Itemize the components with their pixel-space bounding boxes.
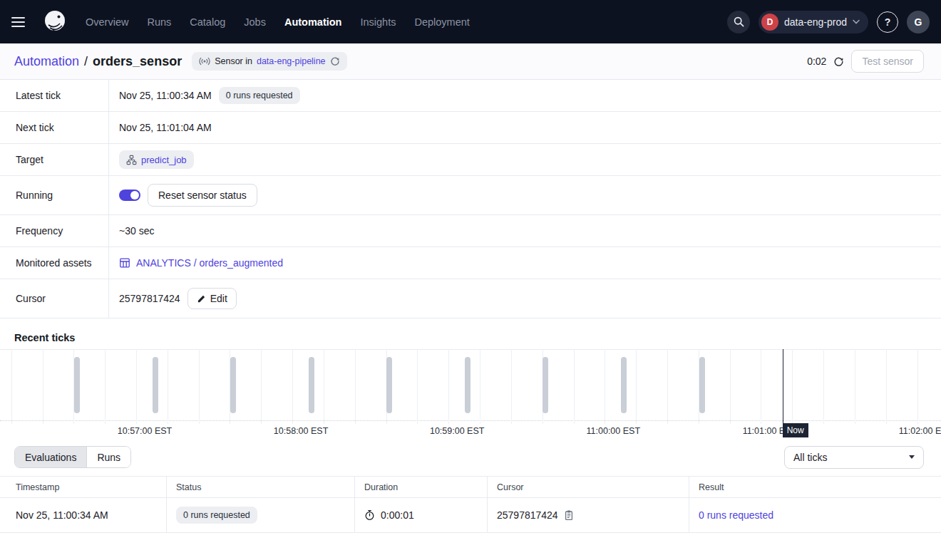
target-row: Target predict_job — [0, 144, 941, 176]
timeline-gridline — [855, 349, 855, 424]
nav-item-deployment[interactable]: Deployment — [414, 16, 469, 28]
col-status: Status — [166, 477, 354, 497]
header-actions: 0:02 Test sensor — [807, 50, 924, 73]
job-icon — [126, 155, 137, 165]
chevron-down-icon — [853, 19, 860, 24]
col-duration: Duration — [354, 477, 487, 497]
reload-location-icon[interactable] — [330, 56, 340, 66]
sensor-badge-text: Sensor in — [215, 56, 252, 66]
tick-filter-value: All ticks — [793, 452, 827, 463]
latest-tick-row: Latest tick Nov 25, 11:00:34 AM 0 runs r… — [0, 80, 941, 112]
deployment-name: data-eng-prod — [784, 16, 847, 28]
view-switcher: Evaluations Runs — [14, 446, 131, 468]
col-result: Result — [689, 477, 941, 497]
dropdown-caret-icon — [909, 455, 915, 459]
row-duration: 0:00:01 — [381, 509, 414, 521]
row-result-link[interactable]: 0 runs requested — [699, 509, 773, 521]
nav-item-jobs[interactable]: Jobs — [244, 16, 266, 28]
timeline-gridline — [261, 349, 262, 424]
monitored-assets-row: Monitored assets ANALYTICS / orders_augm… — [0, 247, 941, 279]
avatar-initial: G — [915, 16, 922, 28]
col-timestamp: Timestamp — [0, 477, 166, 497]
latest-tick-value: Nov 25, 11:00:34 AM — [119, 90, 212, 101]
search-button[interactable] — [727, 11, 750, 33]
dagster-logo-icon[interactable] — [41, 8, 70, 36]
evaluations-toolbar: Evaluations Runs All ticks — [0, 438, 941, 476]
breadcrumb-automation-link[interactable]: Automation — [14, 54, 79, 69]
sensor-origin-badge: Sensor in data-eng-pipeline — [192, 52, 346, 71]
row-status-badge: 0 runs requested — [176, 507, 257, 524]
user-avatar[interactable]: G — [907, 11, 930, 33]
table-header-row: Timestamp Status Duration Cursor Result — [0, 476, 941, 498]
target-label: Target — [0, 144, 109, 175]
latest-tick-status-badge: 0 runs requested — [219, 87, 300, 104]
help-button[interactable]: ? — [877, 11, 898, 33]
code-location-link[interactable]: data-eng-pipeline — [257, 56, 326, 66]
tab-runs[interactable]: Runs — [87, 447, 130, 467]
tick-filter-dropdown[interactable]: All ticks — [784, 446, 924, 469]
axis-tick-label: 10:58:00 EST — [274, 426, 328, 436]
app-window: Overview Runs Catalog Jobs Automation In… — [0, 0, 941, 560]
timeline-gridline — [667, 349, 668, 424]
monitored-asset-name: ANALYTICS / orders_augmented — [136, 257, 283, 269]
test-sensor-button[interactable]: Test sensor — [851, 50, 924, 73]
tick-bar[interactable] — [543, 357, 548, 413]
deployment-switcher[interactable]: D data-eng-prod — [759, 11, 868, 33]
timeline-gridline — [574, 349, 575, 424]
axis-tick-label: 11:02:00 EST — [899, 426, 941, 436]
asset-table-icon — [119, 257, 130, 269]
timeline-gridline — [823, 349, 824, 424]
search-icon — [733, 16, 745, 28]
running-toggle[interactable] — [119, 190, 140, 201]
axis-tick-label: 10:59:00 EST — [430, 426, 484, 436]
recent-ticks-timeline: 10:57:00 EST10:58:00 EST10:59:00 EST11:0… — [0, 349, 941, 438]
frequency-row: Frequency ~30 sec — [0, 215, 941, 247]
target-job-link[interactable]: predict_job — [119, 150, 194, 169]
deployment-dot: D — [761, 14, 778, 31]
nav-item-runs[interactable]: Runs — [147, 16, 171, 28]
col-cursor: Cursor — [487, 477, 689, 497]
tick-bar[interactable] — [309, 357, 314, 413]
tick-bar[interactable] — [699, 357, 705, 413]
sensor-icon — [199, 56, 210, 66]
row-cursor: 25797817424 — [497, 509, 558, 521]
primary-nav: Overview Runs Catalog Jobs Automation In… — [86, 16, 470, 28]
tick-bar[interactable] — [621, 357, 627, 413]
pencil-icon — [197, 294, 206, 304]
stopwatch-icon — [364, 509, 375, 521]
frequency-value: ~30 sec — [119, 225, 154, 237]
timeline-gridline — [324, 349, 324, 424]
timeline-gridline — [792, 349, 793, 424]
running-label: Running — [0, 176, 109, 214]
nav-item-catalog[interactable]: Catalog — [190, 16, 225, 28]
tick-bar[interactable] — [153, 357, 158, 413]
now-marker-line — [783, 349, 784, 423]
nav-item-automation[interactable]: Automation — [284, 16, 342, 28]
timeline-gridline — [448, 349, 449, 424]
next-tick-value: Nov 25, 11:01:04 AM — [119, 122, 212, 133]
edit-cursor-button[interactable]: Edit — [187, 288, 237, 309]
breadcrumb-separator: / — [84, 54, 88, 69]
next-tick-label: Next tick — [0, 112, 109, 143]
timeline-gridline — [355, 349, 356, 424]
reset-sensor-status-button[interactable]: Reset sensor status — [148, 184, 257, 207]
hamburger-menu-icon[interactable] — [11, 12, 31, 32]
tab-evaluations[interactable]: Evaluations — [15, 447, 87, 467]
next-tick-row: Next tick Nov 25, 11:01:04 AM — [0, 112, 941, 144]
tick-countdown: 0:02 — [807, 56, 826, 67]
timeline-gridline — [292, 349, 293, 424]
nav-item-insights[interactable]: Insights — [360, 16, 396, 28]
refresh-icon[interactable] — [833, 56, 844, 67]
tick-bar[interactable] — [230, 357, 236, 413]
nav-item-overview[interactable]: Overview — [86, 16, 128, 28]
monitored-asset-link[interactable]: ANALYTICS / orders_augmented — [119, 257, 283, 269]
timeline-gridline — [43, 349, 43, 424]
tick-bar[interactable] — [465, 357, 470, 413]
tick-bar[interactable] — [386, 357, 392, 413]
now-badge: Now — [783, 423, 808, 437]
tick-bar[interactable] — [74, 357, 80, 413]
top-nav: Overview Runs Catalog Jobs Automation In… — [0, 0, 941, 43]
copy-icon[interactable] — [564, 509, 574, 521]
frequency-label: Frequency — [0, 215, 109, 247]
monitored-assets-label: Monitored assets — [0, 247, 109, 279]
